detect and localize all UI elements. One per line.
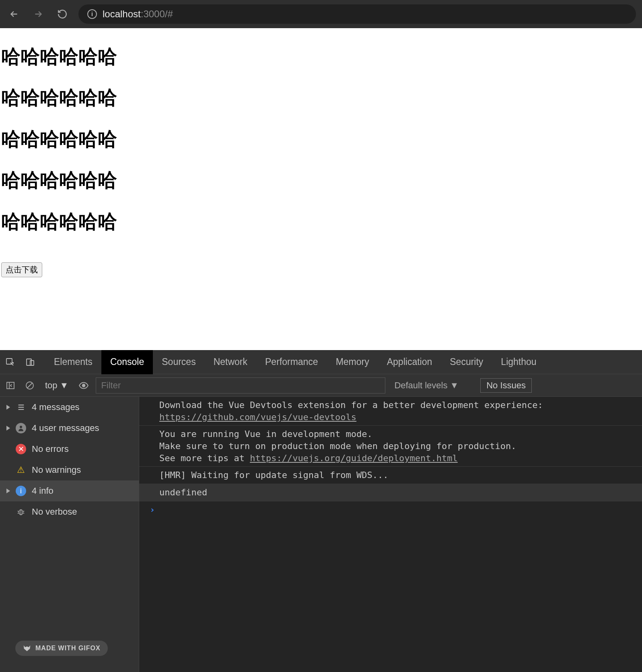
browser-toolbar: i localhost:3000/# [0,0,642,28]
expand-arrow-icon [6,426,10,431]
gifox-badge: MADE WITH GIFOX [15,641,108,656]
live-expression-icon[interactable] [76,378,91,393]
svg-rect-2 [30,361,34,365]
devtools-tabs: Elements Console Sources Network Perform… [0,350,642,374]
sidebar-item-errors[interactable]: ✕ No errors [0,439,139,460]
device-toggle-icon[interactable] [20,350,40,374]
address-bar[interactable]: i localhost:3000/# [78,4,636,24]
sidebar-toggle-icon[interactable] [3,378,18,393]
sidebar-item-warnings[interactable]: ⚠ No warnings [0,460,139,480]
tab-security[interactable]: Security [441,350,492,374]
filter-input[interactable] [96,377,385,394]
badge-label: MADE WITH GIFOX [35,645,101,652]
sidebar-item-user-messages[interactable]: 4 user messages [0,418,139,439]
user-icon [16,423,26,433]
tab-network[interactable]: Network [205,350,256,374]
tab-lighthouse[interactable]: Lighthou [492,350,545,374]
sidebar-item-label: No errors [32,444,69,454]
svg-line-6 [27,383,32,388]
issues-button[interactable]: No Issues [480,378,532,393]
execution-context-select[interactable]: top ▼ [42,380,72,391]
heading: 哈哈哈哈哈哈 [0,152,642,193]
sidebar-item-verbose[interactable]: No verbose [0,501,139,522]
site-info-icon[interactable]: i [87,9,97,19]
tab-application[interactable]: Application [378,350,441,374]
sidebar-item-label: 4 messages [32,402,80,412]
chevron-down-icon: ▼ [450,380,459,391]
download-button[interactable]: 点击下载 [1,262,42,277]
svg-rect-1 [27,359,31,365]
page-body: 哈哈哈哈哈哈 哈哈哈哈哈哈 哈哈哈哈哈哈 哈哈哈哈哈哈 哈哈哈哈哈哈 点击下载 [0,28,642,277]
heading: 哈哈哈哈哈哈 [0,193,642,234]
tab-elements[interactable]: Elements [45,350,101,374]
clear-console-icon[interactable] [23,378,37,393]
devtools-panel: Elements Console Sources Network Perform… [0,350,642,672]
console-message[interactable]: You are running Vue in development mode.… [139,426,642,467]
svg-line-17 [23,513,25,513]
reload-button[interactable] [54,6,70,22]
sidebar-item-label: No warnings [32,465,81,475]
inspect-element-icon[interactable] [0,350,20,374]
console-message[interactable]: Download the Vue Devtools extension for … [139,397,642,426]
chevron-down-icon: ▼ [60,380,69,391]
sidebar-item-label: 4 user messages [32,423,99,433]
expand-arrow-icon [6,405,10,410]
sidebar-item-messages[interactable]: 4 messages [0,397,139,418]
bug-icon [16,507,26,517]
forward-button[interactable] [30,6,46,22]
console-sidebar: 4 messages 4 user messages ✕ No errors ⚠… [0,397,139,672]
expand-arrow-icon [6,489,10,493]
console-toolbar: top ▼ Default levels ▼ No Issues [0,374,642,397]
sidebar-item-label: No verbose [32,507,77,517]
heading: 哈哈哈哈哈哈 [0,69,642,110]
back-button[interactable] [6,6,22,22]
svg-line-16 [23,511,25,511]
tab-memory[interactable]: Memory [327,350,378,374]
console-message[interactable]: [HMR] Waiting for update signal from WDS… [139,467,642,484]
svg-line-15 [18,513,19,513]
tab-console[interactable]: Console [101,350,153,374]
fox-icon [23,644,31,653]
tab-sources[interactable]: Sources [153,350,204,374]
svg-point-11 [20,426,22,428]
heading: 哈哈哈哈哈哈 [0,28,642,69]
console-prompt[interactable]: › [139,501,642,515]
error-icon: ✕ [16,444,26,454]
sidebar-item-label: 4 info [32,486,54,496]
svg-line-14 [18,511,19,511]
info-icon: i [16,486,26,496]
console-link[interactable]: https://github.com/vuejs/vue-devtools [159,412,356,422]
console-message[interactable]: undefined [139,484,642,501]
url-host: localhost [103,8,141,19]
console-messages: Download the Vue Devtools extension for … [139,397,642,672]
log-levels-select[interactable]: Default levels ▼ [390,380,463,391]
console-link[interactable]: https://vuejs.org/guide/deployment.html [250,453,458,463]
url-path: :3000/# [141,8,173,19]
heading: 哈哈哈哈哈哈 [0,111,642,152]
list-icon [16,402,26,412]
sidebar-item-info[interactable]: i 4 info [0,480,139,501]
tab-performance[interactable]: Performance [256,350,327,374]
svg-point-7 [82,383,86,387]
warning-icon: ⚠ [16,465,26,475]
